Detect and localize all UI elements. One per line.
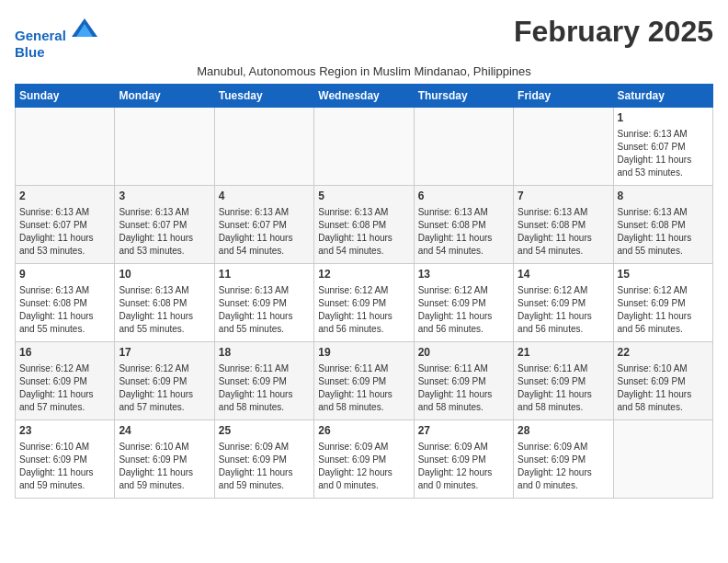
day-info: Sunset: 6:09 PM xyxy=(219,454,310,466)
day-number: 2 xyxy=(19,189,110,204)
day-info: Sunset: 6:09 PM xyxy=(418,454,509,466)
logo-icon xyxy=(72,15,97,40)
day-info: and 54 minutes. xyxy=(518,245,609,258)
day-info: Sunrise: 6:13 AM xyxy=(19,206,110,219)
logo-text: General xyxy=(15,15,97,44)
day-info: Daylight: 11 hours xyxy=(318,310,409,323)
calendar-cell: 6Sunrise: 6:13 AMSunset: 6:08 PMDaylight… xyxy=(414,186,513,264)
week-row-2: 2Sunrise: 6:13 AMSunset: 6:07 PMDaylight… xyxy=(16,186,713,264)
dow-header-saturday: Saturday xyxy=(613,85,712,108)
day-info: Sunrise: 6:09 AM xyxy=(418,441,509,454)
day-info: Daylight: 11 hours xyxy=(119,310,210,323)
day-info: Sunset: 6:09 PM xyxy=(19,375,110,388)
day-info: Sunset: 6:09 PM xyxy=(318,375,409,388)
day-number: 1 xyxy=(618,110,709,126)
day-info: Daylight: 11 hours xyxy=(618,388,709,401)
day-info: Daylight: 12 hours xyxy=(518,466,609,479)
day-info: Sunrise: 6:11 AM xyxy=(518,362,609,375)
month-title: February 2025 xyxy=(514,15,713,49)
day-info: and 59 minutes. xyxy=(219,479,310,492)
day-number: 24 xyxy=(119,423,210,439)
dow-header-tuesday: Tuesday xyxy=(214,85,313,108)
dow-header-wednesday: Wednesday xyxy=(314,85,414,108)
day-info: Daylight: 11 hours xyxy=(418,310,509,323)
day-info: Sunrise: 6:13 AM xyxy=(219,206,310,219)
day-info: Sunset: 6:08 PM xyxy=(19,297,110,310)
day-info: Daylight: 11 hours xyxy=(618,154,709,167)
day-number: 15 xyxy=(618,267,709,282)
day-info: Sunrise: 6:13 AM xyxy=(518,206,609,219)
calendar-cell: 21Sunrise: 6:11 AMSunset: 6:09 PMDayligh… xyxy=(514,342,613,420)
day-info: Daylight: 11 hours xyxy=(219,232,310,245)
day-number: 3 xyxy=(119,189,210,204)
calendar-cell: 18Sunrise: 6:11 AMSunset: 6:09 PMDayligh… xyxy=(214,342,313,420)
day-info: Sunrise: 6:13 AM xyxy=(318,206,409,219)
days-of-week-row: SundayMondayTuesdayWednesdayThursdayFrid… xyxy=(16,85,713,108)
day-info: and 0 minutes. xyxy=(518,479,609,492)
calendar-cell: 10Sunrise: 6:13 AMSunset: 6:08 PMDayligh… xyxy=(115,264,214,342)
day-number: 7 xyxy=(518,189,609,204)
day-info: Daylight: 11 hours xyxy=(19,388,110,401)
day-info: Daylight: 11 hours xyxy=(119,388,210,401)
day-info: Sunset: 6:08 PM xyxy=(518,219,609,232)
day-info: Daylight: 11 hours xyxy=(418,388,509,401)
day-info: and 56 minutes. xyxy=(518,323,609,336)
logo-text2: Blue xyxy=(15,44,97,61)
day-info: Sunset: 6:08 PM xyxy=(318,219,409,232)
day-info: Daylight: 11 hours xyxy=(119,232,210,245)
page-header: General Blue February 2025 xyxy=(15,15,713,61)
calendar-cell: 5Sunrise: 6:13 AMSunset: 6:08 PMDaylight… xyxy=(314,186,414,264)
calendar-cell: 24Sunrise: 6:10 AMSunset: 6:09 PMDayligh… xyxy=(115,420,214,499)
day-info: Sunrise: 6:09 AM xyxy=(219,441,310,454)
day-info: and 59 minutes. xyxy=(19,479,110,492)
day-info: and 54 minutes. xyxy=(219,245,310,258)
day-info: Sunrise: 6:13 AM xyxy=(418,206,509,219)
day-info: Daylight: 11 hours xyxy=(518,232,609,245)
day-number: 28 xyxy=(518,423,609,439)
week-row-1: 1Sunrise: 6:13 AMSunset: 6:07 PMDaylight… xyxy=(16,108,713,186)
day-info: Sunrise: 6:09 AM xyxy=(518,441,609,454)
calendar-table: SundayMondayTuesdayWednesdayThursdayFrid… xyxy=(15,84,713,499)
dow-header-friday: Friday xyxy=(514,85,613,108)
day-info: Sunrise: 6:10 AM xyxy=(618,362,709,375)
calendar-cell: 19Sunrise: 6:11 AMSunset: 6:09 PMDayligh… xyxy=(314,342,414,420)
day-info: Sunrise: 6:13 AM xyxy=(618,128,709,141)
day-info: and 58 minutes. xyxy=(318,401,409,414)
day-number: 9 xyxy=(19,267,110,282)
day-info: Sunset: 6:09 PM xyxy=(418,297,509,310)
day-info: Daylight: 11 hours xyxy=(618,232,709,245)
day-info: Sunset: 6:08 PM xyxy=(618,219,709,232)
calendar-body: 1Sunrise: 6:13 AMSunset: 6:07 PMDaylight… xyxy=(16,108,713,499)
day-info: Daylight: 11 hours xyxy=(19,466,110,479)
calendar-cell: 20Sunrise: 6:11 AMSunset: 6:09 PMDayligh… xyxy=(414,342,513,420)
day-info: and 56 minutes. xyxy=(418,323,509,336)
dow-header-thursday: Thursday xyxy=(414,85,513,108)
day-info: Sunset: 6:09 PM xyxy=(318,454,409,466)
day-info: Sunrise: 6:13 AM xyxy=(618,206,709,219)
day-info: Sunset: 6:09 PM xyxy=(518,454,609,466)
day-number: 22 xyxy=(618,345,709,361)
calendar-cell xyxy=(613,420,712,499)
calendar-cell: 17Sunrise: 6:12 AMSunset: 6:09 PMDayligh… xyxy=(115,342,214,420)
logo: General Blue xyxy=(15,15,97,61)
calendar-cell: 16Sunrise: 6:12 AMSunset: 6:09 PMDayligh… xyxy=(16,342,115,420)
day-number: 11 xyxy=(219,267,310,282)
day-number: 10 xyxy=(119,267,210,282)
calendar-cell: 12Sunrise: 6:12 AMSunset: 6:09 PMDayligh… xyxy=(314,264,414,342)
day-number: 8 xyxy=(618,189,709,204)
day-info: and 54 minutes. xyxy=(318,245,409,258)
calendar-cell: 25Sunrise: 6:09 AMSunset: 6:09 PMDayligh… xyxy=(214,420,313,499)
day-number: 4 xyxy=(219,189,310,204)
calendar-cell: 23Sunrise: 6:10 AMSunset: 6:09 PMDayligh… xyxy=(16,420,115,499)
day-info: Sunset: 6:09 PM xyxy=(318,297,409,310)
day-info: and 58 minutes. xyxy=(219,401,310,414)
week-row-5: 23Sunrise: 6:10 AMSunset: 6:09 PMDayligh… xyxy=(16,420,713,499)
day-number: 19 xyxy=(318,345,409,361)
day-info: Daylight: 11 hours xyxy=(219,466,310,479)
day-info: Sunrise: 6:11 AM xyxy=(418,362,509,375)
day-info: Daylight: 11 hours xyxy=(318,388,409,401)
day-info: and 0 minutes. xyxy=(318,479,409,492)
day-number: 14 xyxy=(518,267,609,282)
day-number: 27 xyxy=(418,423,509,439)
day-info: Sunset: 6:09 PM xyxy=(618,375,709,388)
